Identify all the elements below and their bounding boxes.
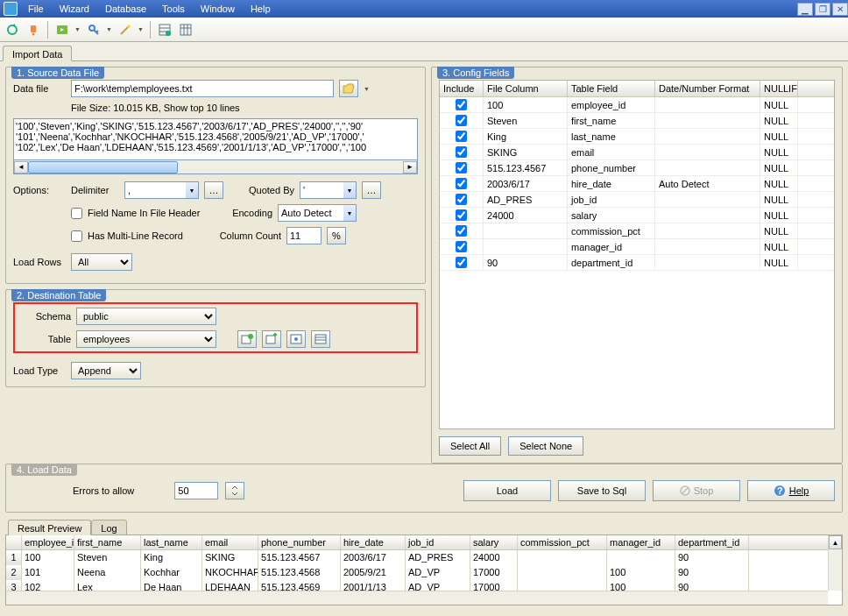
cell-format[interactable] — [655, 208, 760, 223]
chevron-down-icon[interactable]: ▼ — [343, 204, 357, 222]
cell-nullif[interactable]: NULL — [760, 113, 798, 128]
load-type-select[interactable]: Append — [71, 362, 141, 379]
cell-file-column[interactable]: 90 — [484, 255, 568, 270]
toolbar-refresh-icon[interactable] — [4, 21, 21, 39]
result-cell[interactable]: 24000 — [470, 550, 518, 565]
tab-import-data[interactable]: Import Data — [3, 46, 72, 61]
include-checkbox[interactable] — [456, 257, 467, 268]
chevron-down-icon[interactable]: ▼ — [186, 181, 199, 199]
toolbar-alert-icon[interactable] — [25, 21, 42, 39]
rh-manager-id[interactable]: manager_id — [607, 535, 675, 549]
table-select[interactable]: employees — [76, 330, 216, 348]
restore-button[interactable]: ❐ — [815, 3, 830, 16]
column-count-refresh-button[interactable]: % — [327, 227, 346, 244]
toolbar-key-icon[interactable] — [85, 21, 102, 39]
cell-file-column[interactable]: 24000 — [484, 208, 568, 223]
cell-nullif[interactable]: NULL — [760, 239, 798, 254]
result-cell[interactable]: 515.123.4567 — [258, 550, 341, 565]
result-cell[interactable]: King — [141, 550, 202, 565]
cell-format[interactable] — [655, 192, 760, 207]
result-hscrollbar[interactable] — [6, 591, 828, 605]
cell-file-column[interactable] — [484, 223, 568, 238]
toolbar-grid1-icon[interactable] — [156, 21, 173, 39]
close-button[interactable]: ✕ — [832, 3, 848, 16]
cell-nullif[interactable]: NULL — [760, 192, 798, 207]
toolbar-magic-icon[interactable] — [117, 21, 134, 39]
delimiter-ellipsis-button[interactable]: … — [204, 181, 223, 199]
rh-hire-date[interactable]: hire_date — [341, 535, 406, 549]
menu-file[interactable]: File — [21, 2, 51, 16]
select-none-button[interactable]: Select None — [508, 436, 583, 456]
cell-nullif[interactable]: NULL — [760, 223, 798, 238]
cell-table-field[interactable]: salary — [568, 208, 655, 223]
result-cell[interactable]: 2003/6/17 — [341, 550, 406, 565]
cell-format[interactable] — [655, 113, 760, 128]
result-cell[interactable]: 2005/9/21 — [341, 565, 406, 580]
menu-tools[interactable]: Tools — [155, 2, 192, 16]
result-cell[interactable] — [518, 565, 607, 580]
cell-format[interactable] — [655, 145, 760, 159]
result-vscrollbar[interactable]: ▲ — [828, 535, 842, 591]
cell-nullif[interactable]: NULL — [760, 160, 798, 175]
menu-wizard[interactable]: Wizard — [53, 2, 96, 16]
cell-table-field[interactable]: job_id — [568, 192, 655, 207]
include-checkbox[interactable] — [456, 241, 467, 252]
menu-window[interactable]: Window — [194, 2, 242, 16]
result-cell[interactable]: NKOCHHAF — [202, 565, 258, 580]
cell-file-column[interactable]: AD_PRES — [484, 192, 568, 207]
table-action2-button[interactable] — [262, 330, 281, 348]
config-row[interactable]: Kinglast_nameNULL — [440, 129, 834, 145]
table-action1-button[interactable] — [237, 330, 257, 348]
col-include[interactable]: Include — [440, 81, 484, 96]
cell-format[interactable] — [655, 129, 760, 144]
rh-job-id[interactable]: job_id — [406, 535, 470, 549]
minimize-button[interactable]: ▁ — [797, 3, 813, 16]
cell-file-column[interactable] — [484, 239, 568, 254]
rh-phone[interactable]: phone_number — [258, 535, 341, 549]
encoding-input[interactable] — [278, 204, 343, 222]
cell-nullif[interactable]: NULL — [760, 208, 798, 223]
rh-department-id[interactable]: department_id — [675, 535, 749, 549]
tab-log[interactable]: Log — [91, 520, 126, 535]
cell-file-column[interactable]: 2003/6/17 — [484, 176, 568, 191]
cell-file-column[interactable]: 515.123.4567 — [484, 160, 568, 175]
errors-spinner[interactable] — [225, 482, 244, 499]
stop-button[interactable]: Stop — [653, 480, 740, 501]
toolbar-grid2-icon[interactable] — [177, 21, 194, 39]
preview-hscrollbar[interactable]: ◄ ► — [13, 160, 418, 174]
cell-table-field[interactable]: first_name — [568, 113, 655, 128]
config-row[interactable]: AD_PRESjob_idNULL — [440, 192, 834, 208]
result-row[interactable]: 2101NeenaKochharNKOCHHAF515.123.45682005… — [6, 565, 842, 580]
table-action4-button[interactable] — [311, 330, 330, 348]
include-checkbox[interactable] — [456, 131, 467, 142]
config-row[interactable]: commission_pctNULL — [440, 223, 834, 239]
result-cell[interactable]: 101 — [22, 565, 74, 580]
cell-table-field[interactable]: department_id — [568, 255, 655, 270]
result-cell[interactable]: 90 — [675, 565, 749, 580]
quoted-combo[interactable]: ▼ — [300, 181, 357, 199]
config-row[interactable]: 100employee_idNULL — [440, 97, 834, 113]
result-cell[interactable]: 17000 — [470, 565, 518, 580]
result-cell[interactable]: AD_PRES — [406, 550, 470, 565]
include-checkbox[interactable] — [456, 146, 467, 158]
cell-table-field[interactable]: last_name — [568, 129, 655, 144]
cell-nullif[interactable]: NULL — [760, 129, 798, 144]
rh-first-name[interactable]: first_name — [74, 535, 141, 549]
toolbar-magic-dropdown[interactable]: ▼ — [138, 26, 145, 32]
cell-table-field[interactable]: employee_id — [568, 97, 655, 112]
rh-salary[interactable]: salary — [470, 535, 518, 549]
cell-table-field[interactable]: hire_date — [568, 176, 655, 191]
include-checkbox[interactable] — [456, 209, 467, 221]
config-row[interactable]: 90department_idNULL — [440, 255, 834, 271]
result-cell[interactable]: AD_VP — [406, 565, 470, 580]
result-row[interactable]: 1100StevenKingSKING515.123.45672003/6/17… — [6, 550, 842, 565]
multiline-checkbox[interactable] — [71, 230, 82, 242]
rh-last-name[interactable]: last_name — [141, 535, 202, 549]
result-cell[interactable]: 100 — [22, 550, 74, 565]
col-table-field[interactable]: Table Field — [568, 81, 655, 96]
cell-file-column[interactable]: 100 — [484, 97, 568, 112]
browse-button[interactable] — [339, 80, 358, 97]
config-row[interactable]: manager_idNULL — [440, 239, 834, 255]
cell-format[interactable] — [655, 239, 760, 254]
cell-table-field[interactable]: email — [568, 145, 655, 159]
